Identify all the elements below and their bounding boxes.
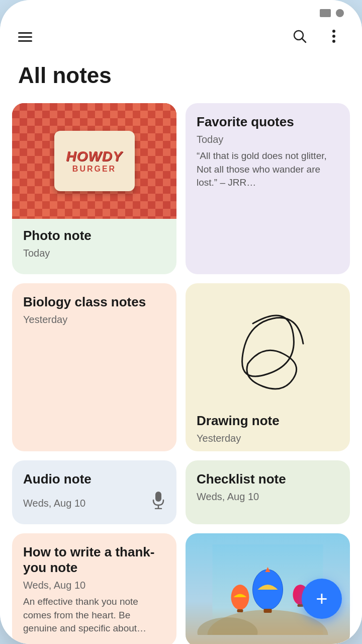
note-card-quotes[interactable]: Favorite quotes Today “All that is gold … [186, 103, 350, 274]
search-button[interactable] [290, 26, 310, 48]
svg-point-2 [332, 30, 335, 33]
note-card-drawing[interactable]: Drawing note Yesterday [186, 283, 350, 451]
thankyou-note-preview: An effective thank you note comes from t… [23, 595, 165, 635]
drawing-note-title: Drawing note [197, 413, 339, 429]
add-note-button[interactable]: + [302, 579, 342, 619]
quotes-note-date: Today [197, 134, 339, 145]
microphone-icon [151, 491, 165, 513]
status-icon-rect [320, 9, 331, 17]
audio-note-date: Weds, Aug 10 [23, 498, 85, 509]
checklist-note-date: Weds, Aug 10 [197, 491, 339, 503]
biology-note-date: Yesterday [23, 314, 165, 326]
note-card-audio[interactable]: Audio note Weds, Aug 10 [12, 460, 176, 524]
drawing-area [186, 283, 350, 404]
svg-rect-5 [155, 492, 161, 502]
audio-note-title: Audio note [23, 471, 165, 487]
phone-frame: All notes HOWDY BURGER [0, 0, 362, 644]
note-card-checklist[interactable]: Checklist note Weds, Aug 10 [186, 460, 350, 524]
checklist-note-title: Checklist note [197, 471, 339, 487]
svg-line-1 [302, 38, 306, 42]
svg-point-4 [332, 40, 335, 43]
photo-note-title: Photo note [23, 228, 165, 244]
nav-right [290, 26, 344, 48]
svg-rect-15 [237, 609, 243, 612]
quotes-note-preview: “All that is gold does not glitter, Not … [197, 149, 339, 190]
note-image: HOWDY BURGER [12, 103, 176, 219]
thankyou-note-date: Weds, Aug 10 [23, 580, 165, 591]
more-options-button[interactable] [324, 26, 344, 48]
status-bar [0, 0, 362, 21]
page-title: All notes [0, 58, 362, 103]
photo-note-date: Today [23, 248, 165, 259]
top-nav [0, 21, 362, 58]
phone-screen: All notes HOWDY BURGER [0, 0, 362, 644]
svg-rect-13 [264, 609, 272, 613]
svg-point-3 [332, 35, 335, 38]
menu-button[interactable] [18, 32, 32, 42]
notes-grid: HOWDY BURGER Photo note Today Favorite q… [0, 103, 362, 644]
biology-note-title: Biology class notes [23, 294, 165, 310]
note-card-thankyou[interactable]: How to write a thank-you note Weds, Aug … [12, 533, 176, 644]
note-card-photo[interactable]: HOWDY BURGER Photo note Today [12, 103, 176, 274]
note-card-biology[interactable]: Biology class notes Yesterday [12, 283, 176, 451]
quotes-note-title: Favorite quotes [197, 114, 339, 130]
drawing-note-date: Yesterday [197, 433, 339, 444]
thankyou-note-title: How to write a thank-you note [23, 544, 165, 576]
status-icon-circle [336, 9, 344, 17]
